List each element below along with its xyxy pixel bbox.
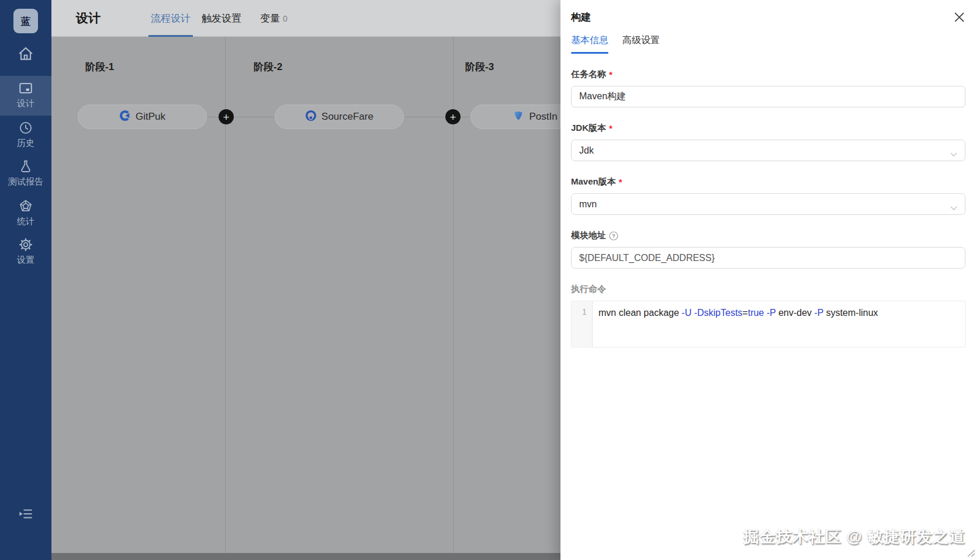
help-question-icon[interactable]: ? xyxy=(609,231,618,241)
stage-title-2: 阶段-2 xyxy=(254,60,282,74)
collapse-sidebar-button[interactable] xyxy=(15,506,36,524)
stage-title-1: 阶段-1 xyxy=(85,60,114,74)
chevron-down-icon xyxy=(950,203,957,213)
sidebar-item-settings[interactable]: 设置 xyxy=(0,232,51,270)
sidebar-item-label: 设置 xyxy=(17,255,34,265)
jdk-version-select[interactable]: Jdk xyxy=(571,140,965,161)
node-label: PostIn xyxy=(529,111,557,123)
editor-line-number: 1 xyxy=(572,301,593,347)
field-label-text: JDK版本 xyxy=(571,123,606,134)
tab-variables[interactable]: 变量0 xyxy=(260,12,288,25)
chevron-down-icon xyxy=(950,149,957,159)
drawer-tabs: 基本信息 高级设置 xyxy=(571,34,965,54)
help-question-mark: ? xyxy=(612,232,615,239)
task-config-drawer: 构建 基本信息 高级设置 任务名称 * JDK版本 * Jdk xyxy=(560,0,976,560)
field-label: Maven版本 * xyxy=(571,176,965,187)
sidebar: 蓝 设计 历史 测试报告 xyxy=(0,0,51,560)
test-report-flask-icon xyxy=(18,159,33,174)
pipeline-node-sourcefare[interactable]: SourceFare xyxy=(275,105,404,129)
sidebar-item-design[interactable]: 设计 xyxy=(0,76,51,116)
design-icon xyxy=(18,81,33,96)
tab-variables-label: 变量 xyxy=(260,13,280,24)
sidebar-item-label: 历史 xyxy=(17,138,34,148)
avatar[interactable]: 蓝 xyxy=(13,9,38,33)
menu-unfold-icon xyxy=(18,507,33,523)
field-task-name: 任务名称 * xyxy=(571,69,965,107)
history-clock-icon xyxy=(18,120,33,135)
pipeline-node-gitpuk[interactable]: GitPuk xyxy=(78,105,207,129)
editor-code-line[interactable]: mvn clean package -U -DskipTests=true -P… xyxy=(593,301,965,347)
statistics-pentagon-icon xyxy=(18,199,33,214)
task-name-input[interactable] xyxy=(571,86,965,107)
sidebar-item-statistics[interactable]: 统计 xyxy=(0,194,51,231)
sidebar-item-label: 统计 xyxy=(17,216,34,227)
jdk-version-value: Jdk xyxy=(579,145,594,156)
drawer-title: 构建 xyxy=(571,11,965,24)
stage-title-3: 阶段-3 xyxy=(465,60,494,74)
field-label: 任务名称 * xyxy=(571,69,965,80)
topbar: 设计 流程设计 触发设置 变量0 xyxy=(51,0,560,37)
sidebar-item-test-report[interactable]: 测试报告 xyxy=(0,154,51,192)
maven-version-value: mvn xyxy=(579,199,597,210)
sidebar-item-label: 测试报告 xyxy=(8,176,43,187)
postin-icon xyxy=(513,110,524,124)
command-code-editor[interactable]: 1 mvn clean package -U -DskipTests=true … xyxy=(571,301,965,347)
home-button[interactable] xyxy=(15,44,36,65)
required-asterisk: * xyxy=(609,123,612,133)
add-task-button[interactable]: + xyxy=(445,109,461,124)
sidebar-item-history[interactable]: 历史 xyxy=(0,116,51,153)
watermark: 掘金技术社区 @ 敏捷研发之道 xyxy=(743,526,965,547)
field-label: 执行命令 xyxy=(571,284,965,295)
field-label-text: 任务名称 xyxy=(571,69,606,80)
field-command: 执行命令 1 mvn clean package -U -DskipTests=… xyxy=(571,284,965,347)
maven-version-select[interactable]: mvn xyxy=(571,193,965,215)
horizontal-scrollbar[interactable] xyxy=(51,553,560,560)
add-task-button[interactable]: + xyxy=(219,109,234,124)
field-module-address: 模块地址 ? xyxy=(571,230,965,269)
sourcefare-icon xyxy=(305,110,317,124)
node-label: GitPuk xyxy=(136,111,165,123)
page-title: 设计 xyxy=(76,10,101,26)
gitpuk-icon xyxy=(119,110,131,124)
tab-flow-design[interactable]: 流程设计 xyxy=(151,12,191,25)
sidebar-item-label: 设计 xyxy=(17,98,34,109)
field-maven-version: Maven版本 * mvn xyxy=(571,176,965,215)
node-label: SourceFare xyxy=(321,111,373,123)
required-asterisk: * xyxy=(609,69,612,79)
field-label-text: Maven版本 xyxy=(571,176,616,187)
field-label-text: 执行命令 xyxy=(571,284,606,295)
tab-basic-info[interactable]: 基本信息 xyxy=(571,34,608,54)
node-connector xyxy=(207,117,275,117)
pipeline-design-main: 设计 流程设计 触发设置 变量0 阶段-1 阶段-2 阶段-3 GitPuk + xyxy=(51,0,560,560)
field-label-text: 模块地址 xyxy=(571,230,606,241)
required-asterisk: * xyxy=(619,177,622,187)
module-address-input[interactable] xyxy=(571,247,965,269)
pipeline-canvas[interactable]: 阶段-1 阶段-2 阶段-3 GitPuk + SourceFare xyxy=(51,37,560,560)
field-jdk-version: JDK版本 * Jdk xyxy=(571,123,965,161)
field-label: 模块地址 ? xyxy=(571,230,965,241)
field-label: JDK版本 * xyxy=(571,123,965,134)
home-icon xyxy=(16,44,35,65)
variables-count-badge: 0 xyxy=(283,14,288,23)
resize-corner-icon xyxy=(966,549,975,559)
tab-advanced-settings[interactable]: 高级设置 xyxy=(622,34,660,54)
tab-trigger-settings[interactable]: 触发设置 xyxy=(202,12,241,25)
settings-gear-icon xyxy=(18,237,33,252)
